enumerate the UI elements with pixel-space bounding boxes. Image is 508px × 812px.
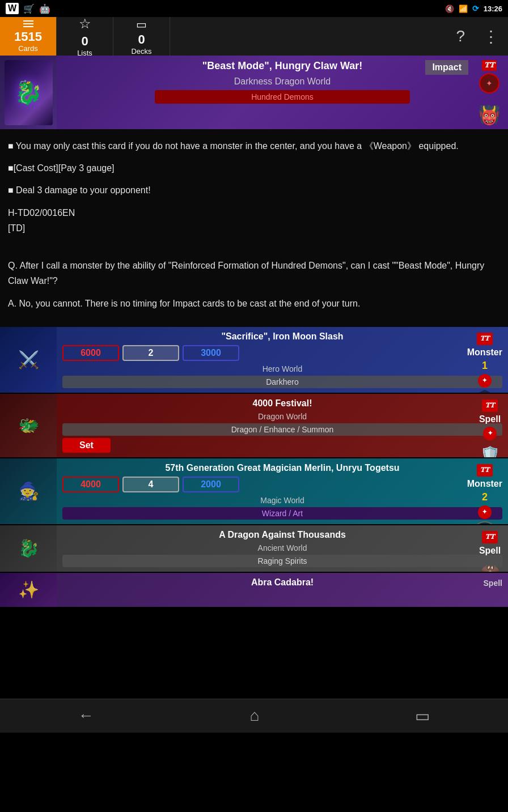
app-icon-cart: 🛒 (23, 3, 35, 14)
clock: 13:26 (484, 5, 502, 13)
tt-icon: 𝕋𝕋 (482, 60, 497, 71)
nav-lists-tab[interactable]: ☆ 0 Lists (57, 17, 113, 56)
cards-count: 1515 (14, 29, 42, 44)
back-button[interactable]: ← (67, 702, 105, 729)
merlin-attr: Wizard / Art (62, 507, 502, 520)
top-nav: 1515 Cards ☆ 0 Lists ▭ 0 Decks ? ⋮ (0, 17, 508, 56)
red-badge: ✦ (479, 73, 499, 93)
sacrifice-level: 1 (482, 360, 488, 372)
merlin-tt-icon: 𝕋𝕋 (477, 464, 493, 477)
card-desc-1: ■ You may only cast this card if you do … (8, 138, 500, 154)
abra-title: Abra Cadabra! (62, 577, 502, 588)
merlin-level: 2 (482, 491, 488, 503)
sacrifice-stats: 6000 2 3000 (62, 345, 502, 361)
status-bar: W 🛒 🤖 🔇 📶 ⟳ 13:26 (0, 0, 508, 17)
mute-icon: 🔇 (445, 5, 454, 13)
recent-button[interactable]: ▭ (404, 702, 441, 730)
merlin-type: Monster (467, 479, 502, 489)
wifi-icon: 📶 (459, 5, 468, 13)
card-id-line: H-TD02/0016EN [TD] (8, 205, 500, 236)
card-qa-question: Q. After I call a monster by the ability… (8, 258, 500, 288)
app-icon-w: W (6, 3, 19, 14)
status-bar-right: 🔇 📶 ⟳ 13:26 (445, 4, 502, 13)
merlin-circle: ⚙️ (472, 521, 497, 524)
merlin-thumbnail: 🧙 (0, 458, 57, 524)
abra-thumbnail: ✨ (0, 573, 57, 607)
nav-cards-tab[interactable]: 1515 Cards (0, 17, 57, 56)
festival-type: Spell (479, 414, 501, 424)
card-text-body: ■ You may only cast this card if you do … (0, 129, 508, 327)
festival-title: 4000 Festival! (62, 398, 502, 409)
sacrifice-defense: 3000 (183, 345, 239, 361)
sacrifice-cost: 2 (122, 345, 179, 361)
help-button[interactable]: ? (447, 17, 474, 56)
sacrifice-tt-icon: 𝕋𝕋 (477, 333, 493, 345)
sacrifice-flag: ✦ (478, 374, 492, 388)
dragon-thousands-tt-icon: 𝕋𝕋 (482, 531, 498, 543)
dragon-thousands-shield: 🦇 (477, 558, 502, 572)
list-item-sacrifice[interactable]: ⚔️ "Sacrifice", Iron Moon Slash 6000 2 3… (0, 327, 508, 393)
festival-tt-icon: 𝕋𝕋 (482, 399, 498, 412)
list-item-abra[interactable]: ✨ Abra Cadabra! Spell (0, 573, 508, 607)
spacer (0, 608, 508, 699)
cards-label: Cards (18, 44, 38, 53)
festival-type-panel: 𝕋𝕋 Spell ✦ 🛡️ (477, 399, 502, 457)
dragon-thousands-world: Ancient World (62, 543, 502, 552)
bottom-nav: ← ⌂ ▭ (0, 699, 508, 733)
abra-content: Abra Cadabra! (57, 573, 508, 596)
sacrifice-thumbnail: ⚔️ (0, 327, 57, 393)
dragon-thousands-content: A Dragon Against Thousands Ancient World… (57, 525, 508, 572)
list-item-festival[interactable]: 🐲 4000 Festival! Dragon World Dragon / E… (0, 394, 508, 457)
menu-button[interactable]: ⋮ (474, 17, 508, 56)
festival-set-button[interactable]: Set (62, 438, 111, 453)
dragon-thousands-type-panel: 𝕋𝕋 Spell 🦇 (477, 531, 502, 572)
deck-icon: ▭ (136, 18, 147, 31)
merlin-title: 57th Generation Great Magician Merlin, U… (62, 463, 502, 473)
home-button[interactable]: ⌂ (239, 702, 271, 729)
festival-thumbnail: 🐲 (0, 394, 57, 457)
list-item-merlin[interactable]: 🧙 57th Generation Great Magician Merlin,… (0, 458, 508, 524)
card-icons-right: 𝕋𝕋 ✦ 👹 (475, 60, 503, 132)
festival-flag: ✦ (483, 427, 497, 440)
merlin-stats: 4000 4 2000 (62, 477, 502, 492)
lists-count: 0 (81, 34, 88, 49)
abra-type-partial: Spell (484, 579, 502, 588)
dragon-art: 🐉 (14, 79, 43, 106)
sacrifice-hex: DRAGON WORLD (472, 390, 497, 393)
dragon-thousands-type: Spell (479, 546, 501, 556)
merlin-defense: 2000 (183, 477, 239, 492)
festival-shield: 🛡️ (477, 443, 502, 457)
status-bar-left: W 🛒 🤖 (6, 3, 50, 14)
featured-card: 🐉 "Beast Mode", Hungry Claw War! Darknes… (0, 56, 508, 129)
sacrifice-type: Monster (467, 347, 502, 358)
merlin-power: 4000 (62, 477, 119, 492)
card-qa-answer: A. No, you cannot. There is no timing fo… (8, 296, 500, 311)
list-item-dragon-thousands[interactable]: 🐉 A Dragon Against Thousands Ancient Wor… (0, 525, 508, 572)
app-icon-robot: 🤖 (39, 3, 50, 14)
festival-attr: Dragon / Enhance / Summon (62, 423, 502, 436)
festival-world: Dragon World (62, 412, 502, 421)
festival-content: 4000 Festival! Dragon World Dragon / Enh… (57, 394, 508, 457)
card-secondary-art: 👹 (475, 98, 503, 132)
sacrifice-content: "Sacrifice", Iron Moon Slash 6000 2 3000… (57, 327, 508, 393)
sacrifice-title: "Sacrifice", Iron Moon Slash (62, 331, 502, 342)
sacrifice-type-panel: 𝕋𝕋 Monster 1 ✦ DRAGON WORLD (467, 333, 502, 393)
dragon-thousands-thumbnail: 🐉 (0, 525, 57, 572)
featured-card-title: "Beast Mode", Hungry Claw War! (202, 60, 362, 72)
star-icon: ☆ (79, 16, 91, 32)
featured-card-thumbnail[interactable]: 🐉 (0, 56, 57, 129)
abra-type-panel: Spell (484, 579, 502, 588)
sync-icon: ⟳ (472, 4, 479, 13)
menu-icon (23, 20, 33, 28)
dragon-thousands-title: A Dragon Against Thousands (62, 530, 502, 540)
card-desc-3: ■ Deal 3 damage to your opponent! (8, 182, 500, 198)
card-art: 🐉 (5, 60, 53, 125)
nav-decks-tab[interactable]: ▭ 0 Decks (113, 17, 170, 56)
sacrifice-world: Hero World (62, 364, 502, 373)
merlin-cost: 4 (122, 477, 179, 492)
sacrifice-attr: Darkhero (62, 376, 502, 388)
decks-label: Decks (131, 47, 151, 56)
featured-card-world: Darkness Dragon World (234, 76, 331, 87)
decks-count: 0 (138, 32, 145, 47)
dragon-thousands-attr: Raging Spirits (62, 555, 502, 567)
